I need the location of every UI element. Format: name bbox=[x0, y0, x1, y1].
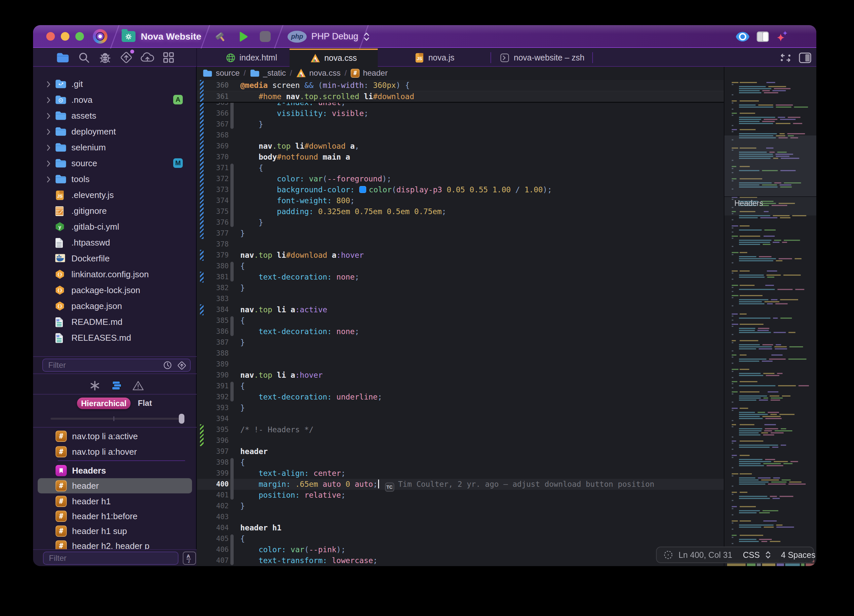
ai-sparkles-icon[interactable] bbox=[775, 30, 788, 43]
symbol-item-header[interactable]: #header bbox=[38, 478, 192, 493]
language-selector[interactable]: CSS bbox=[743, 550, 760, 560]
code-line-392[interactable]: 392 text-decoration: underline; bbox=[197, 392, 724, 403]
code-line-372[interactable]: 372 color: var(--foreground); bbox=[197, 174, 724, 184]
file-tree-item-package.json[interactable]: {}package.json bbox=[33, 298, 197, 314]
code-line-379[interactable]: 379nav.top li#download a:hover bbox=[197, 250, 724, 261]
sticky-line-360[interactable]: 360@media screen && (min-width: 360px) { bbox=[197, 80, 724, 91]
run-play-icon[interactable] bbox=[238, 31, 249, 42]
code-line-395[interactable]: 395/* !- Headers */ bbox=[197, 424, 724, 435]
cursor-position[interactable]: Ln 400, Col 31 bbox=[679, 550, 732, 560]
code-line-387[interactable]: 387} bbox=[197, 337, 724, 348]
code-line-384[interactable]: 384nav.top li a:active bbox=[197, 304, 724, 315]
project-switcher[interactable]: Nova Website bbox=[122, 25, 201, 48]
minimize-window-button[interactable] bbox=[61, 32, 69, 41]
swap-editors-icon[interactable] bbox=[779, 52, 792, 64]
sidebar-tool-cloud-upload[interactable] bbox=[140, 50, 155, 65]
file-tree-item-RELEASES.md[interactable]: MRELEASES.md bbox=[33, 330, 197, 346]
zoom-window-button[interactable] bbox=[75, 32, 84, 41]
code-line-397[interactable]: 397header bbox=[197, 446, 724, 457]
code-line-378[interactable]: 378 bbox=[197, 239, 724, 250]
sidebar-tool-extensions-grid[interactable] bbox=[161, 50, 176, 65]
sidebar-tool-git-diamond[interactable] bbox=[119, 50, 134, 65]
chevron-right-icon[interactable] bbox=[46, 144, 51, 151]
code-line-368[interactable]: 368 bbox=[197, 130, 724, 141]
code-line-383[interactable]: 383 bbox=[197, 293, 724, 304]
minimap-viewport[interactable] bbox=[724, 136, 816, 196]
code-line-375[interactable]: 375 padding: 0.325em 0.75em 0.5em 0.75em… bbox=[197, 206, 724, 217]
file-tree-item-.htpasswd[interactable]: .htpasswd bbox=[33, 235, 197, 250]
code-line-393[interactable]: 393} bbox=[197, 403, 724, 413]
symbol-item-header-h1[interactable]: #header h1 bbox=[38, 494, 192, 509]
sidebar-tool-search[interactable] bbox=[77, 50, 91, 65]
preview-eye-icon[interactable] bbox=[735, 31, 750, 42]
code-line-366[interactable]: 366 visibility: visible; bbox=[197, 108, 724, 119]
code-line-391[interactable]: 391{ bbox=[197, 381, 724, 392]
code-line-376[interactable]: 376 } bbox=[197, 217, 724, 228]
file-tree-item-.eleventy.js[interactable]: JS.eleventy.js bbox=[33, 187, 197, 203]
symbol-item-header-h1-sup[interactable]: #header h1 sup bbox=[38, 523, 192, 539]
code-line-369[interactable]: 369 nav.top li#download a, bbox=[197, 141, 724, 152]
code-line-370[interactable]: 370 body#notfound main a bbox=[197, 152, 724, 163]
segment-asterisk[interactable] bbox=[88, 378, 102, 393]
file-tree-item-.git[interactable]: .git bbox=[33, 76, 197, 92]
code-line-402[interactable]: 402} bbox=[197, 501, 724, 512]
sticky-context-lines[interactable]: 360@media screen && (min-width: 360px) {… bbox=[197, 80, 724, 103]
code-line-388[interactable]: 388 bbox=[197, 348, 724, 359]
code-line-385[interactable]: 385{ bbox=[197, 315, 724, 326]
file-tree-item-linkinator.config.json[interactable]: {}linkinator.config.json bbox=[33, 266, 197, 282]
indentation-selector[interactable]: 4 Spaces bbox=[781, 550, 815, 560]
symbol-item-nav-top-li-a-active[interactable]: #nav.top li a:active bbox=[38, 428, 192, 444]
code-line-390[interactable]: 390nav.top li a:hover bbox=[197, 370, 724, 381]
symbol-item-header-h1-before[interactable]: #header h1:before bbox=[38, 509, 192, 524]
file-tree-item-.gitignore[interactable]: .gitignore bbox=[33, 203, 197, 219]
segment-layers-active[interactable] bbox=[110, 378, 124, 393]
sidebar-tool-bug[interactable] bbox=[98, 50, 112, 65]
code-line-400[interactable]: 400 margin: .65em auto 0 auto;TCTim Coul… bbox=[197, 479, 724, 490]
code-line-396[interactable]: 396 bbox=[197, 435, 724, 446]
file-tree-item-package-lock.json[interactable]: {}package-lock.json bbox=[33, 282, 197, 298]
file-tree-item-source[interactable]: sourceM bbox=[33, 156, 197, 171]
chevron-right-icon[interactable] bbox=[46, 176, 51, 183]
code-line-380[interactable]: 380{ bbox=[197, 261, 724, 271]
code-line-382[interactable]: 382} bbox=[197, 282, 724, 293]
code-line-381[interactable]: 381 text-decoration: none; bbox=[197, 271, 724, 282]
sort-alphabetical-icon[interactable]: Az bbox=[183, 552, 196, 565]
symbol-item-Headers[interactable]: Headers bbox=[38, 463, 192, 478]
code-line-371[interactable]: 371 { bbox=[197, 163, 724, 174]
run-configuration-selector[interactable]: php PHP Debug bbox=[288, 25, 370, 48]
git-filter-icon[interactable] bbox=[177, 361, 187, 371]
close-window-button[interactable] bbox=[46, 32, 55, 41]
layout-panel-icon[interactable] bbox=[756, 31, 769, 42]
code-line-373[interactable]: 373 background-color: color(display-p3 0… bbox=[197, 184, 724, 195]
code-line-389[interactable]: 389 bbox=[197, 359, 724, 370]
sidebar-tool-files-folder[interactable] bbox=[55, 50, 70, 65]
file-tree-item-tools[interactable]: tools bbox=[33, 171, 197, 187]
depth-slider-thumb[interactable] bbox=[179, 414, 185, 424]
code-line-406[interactable]: 406 color: var(--pink); bbox=[197, 544, 724, 555]
goto-target-icon[interactable] bbox=[663, 550, 673, 560]
symbols-filter-input[interactable] bbox=[43, 552, 178, 565]
tab-nova.js[interactable]: JSnova.js bbox=[378, 49, 491, 67]
tab-index.html[interactable]: index.html bbox=[213, 49, 290, 67]
sticky-line-361[interactable]: 361 #home nav.top.scrolled li#download bbox=[197, 91, 724, 102]
file-tree-item-Dockerfile[interactable]: Dockerfile bbox=[33, 250, 197, 266]
code-line-377[interactable]: 377} bbox=[197, 228, 724, 239]
view-mode-hierarchical[interactable]: Hierarchical bbox=[77, 398, 131, 409]
file-tree-item-README.md[interactable]: MREADME.md bbox=[33, 314, 197, 330]
depth-slider-track[interactable] bbox=[50, 418, 183, 420]
split-editor-icon[interactable] bbox=[799, 52, 812, 64]
code-line-404[interactable]: 404header h1 bbox=[197, 523, 724, 534]
view-mode-flat[interactable]: Flat bbox=[138, 398, 152, 408]
chevron-right-icon[interactable] bbox=[46, 112, 51, 120]
file-tree-item-.gitlab-ci.yml[interactable]: y.gitlab-ci.yml bbox=[33, 219, 197, 235]
file-tree-item-deployment[interactable]: deployment bbox=[33, 124, 197, 139]
chevron-right-icon[interactable] bbox=[46, 160, 51, 167]
stop-icon[interactable] bbox=[260, 31, 271, 42]
minimap[interactable]: Headers bbox=[724, 67, 816, 566]
symbol-item-nav-top-li-a-hover[interactable]: #nav.top li a:hover bbox=[38, 444, 192, 459]
chevron-right-icon[interactable] bbox=[46, 128, 51, 136]
recent-clock-icon[interactable] bbox=[163, 361, 172, 370]
chevron-right-icon[interactable] bbox=[46, 96, 51, 104]
code-line-405[interactable]: 405{ bbox=[197, 534, 724, 544]
code-line-407[interactable]: 407 text-transform: lowercase; bbox=[197, 555, 724, 566]
